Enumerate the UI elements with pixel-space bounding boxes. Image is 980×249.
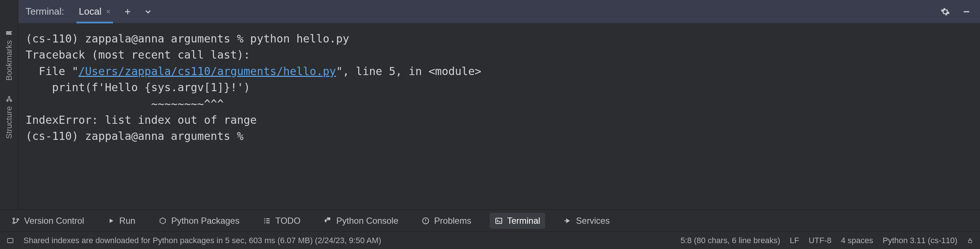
svg-rect-7 xyxy=(495,218,502,223)
structure-tool[interactable]: Structure xyxy=(5,95,14,139)
status-cursor[interactable]: 5:8 (80 chars, 6 line breaks) xyxy=(681,236,780,245)
tab-todo[interactable]: TODO xyxy=(258,213,306,229)
term-line: Traceback (most recent call last): xyxy=(25,48,250,61)
tab-problems[interactable]: Problems xyxy=(417,213,476,229)
status-encoding[interactable]: UTF-8 xyxy=(808,236,831,245)
file-link[interactable]: /Users/zappala/cs110/arguments/hello.py xyxy=(79,65,336,78)
close-tab-button[interactable]: × xyxy=(106,7,111,16)
tab-label: Terminal xyxy=(507,215,541,226)
minimize-button[interactable] xyxy=(960,5,973,18)
term-line: ", line 5, in <module> xyxy=(336,65,481,78)
svg-point-3 xyxy=(13,218,14,220)
term-line: (cs-110) zappala@anna arguments % xyxy=(25,129,250,142)
tab-version-control[interactable]: Version Control xyxy=(6,213,89,229)
tab-label: Python Console xyxy=(336,215,398,226)
terminal-title: Terminal: xyxy=(25,6,64,17)
status-interpreter[interactable]: Python 3.11 (cs-110) xyxy=(883,236,957,245)
terminal-tabbar: Terminal: Local × xyxy=(18,0,980,24)
tab-label: Run xyxy=(119,215,135,226)
lock-icon[interactable] xyxy=(967,237,974,244)
terminal-tab-label: Local xyxy=(79,6,101,17)
status-icon xyxy=(6,237,14,244)
structure-label: Structure xyxy=(5,106,14,139)
term-line: (cs-110) zappala@anna arguments % python… xyxy=(25,32,349,45)
tab-services[interactable]: Services xyxy=(558,213,615,229)
tab-label: Version Control xyxy=(24,215,84,226)
todo-icon xyxy=(263,217,271,225)
terminal-icon xyxy=(495,217,503,225)
svg-point-5 xyxy=(17,219,19,220)
term-line: IndexError: list index out of range xyxy=(25,113,257,126)
terminal-output[interactable]: (cs-110) zappala@anna arguments % python… xyxy=(18,24,980,209)
problems-icon xyxy=(422,217,430,225)
status-indent[interactable]: 4 spaces xyxy=(841,236,873,245)
settings-button[interactable] xyxy=(939,5,951,18)
left-tool-rail: Bookmarks Structure xyxy=(0,0,18,209)
term-line: print(f'Hello {sys.argv[1]}!') xyxy=(25,81,250,94)
bookmarks-tool[interactable]: Bookmarks xyxy=(5,29,14,81)
python-icon xyxy=(324,217,332,225)
tab-label: TODO xyxy=(275,215,301,226)
svg-rect-10 xyxy=(969,240,972,243)
term-line: File " xyxy=(25,65,79,78)
play-icon xyxy=(108,217,115,225)
tab-label: Python Packages xyxy=(171,215,240,226)
branch-icon xyxy=(12,217,20,225)
packages-icon xyxy=(159,217,167,225)
structure-icon xyxy=(5,94,13,104)
svg-rect-9 xyxy=(8,238,13,243)
status-line-separator[interactable]: LF xyxy=(790,236,799,245)
svg-rect-2 xyxy=(8,96,10,98)
tab-python-packages[interactable]: Python Packages xyxy=(154,213,245,229)
bookmark-icon xyxy=(5,28,13,38)
svg-point-4 xyxy=(13,222,14,224)
status-message: Shared indexes are downloaded for Python… xyxy=(24,236,381,245)
tab-dropdown-button[interactable] xyxy=(142,6,154,18)
services-icon xyxy=(563,217,571,225)
tab-terminal[interactable]: Terminal xyxy=(490,213,546,229)
tab-python-console[interactable]: Python Console xyxy=(319,213,403,229)
terminal-tab-local[interactable]: Local × xyxy=(76,0,113,23)
bottom-toolbar: Version Control Run Python Packages TODO… xyxy=(0,209,980,231)
tab-label: Services xyxy=(576,215,609,226)
svg-point-8 xyxy=(565,220,566,222)
bookmarks-label: Bookmarks xyxy=(5,40,14,81)
tab-label: Problems xyxy=(434,215,471,226)
status-bar: Shared indexes are downloaded for Python… xyxy=(0,231,980,249)
tab-run[interactable]: Run xyxy=(102,213,140,229)
new-tab-button[interactable] xyxy=(122,6,134,18)
term-line: ~~~~~~~~^^^ xyxy=(25,97,224,110)
terminal-panel: Terminal: Local × (cs-110) zappala@anna … xyxy=(18,0,980,209)
